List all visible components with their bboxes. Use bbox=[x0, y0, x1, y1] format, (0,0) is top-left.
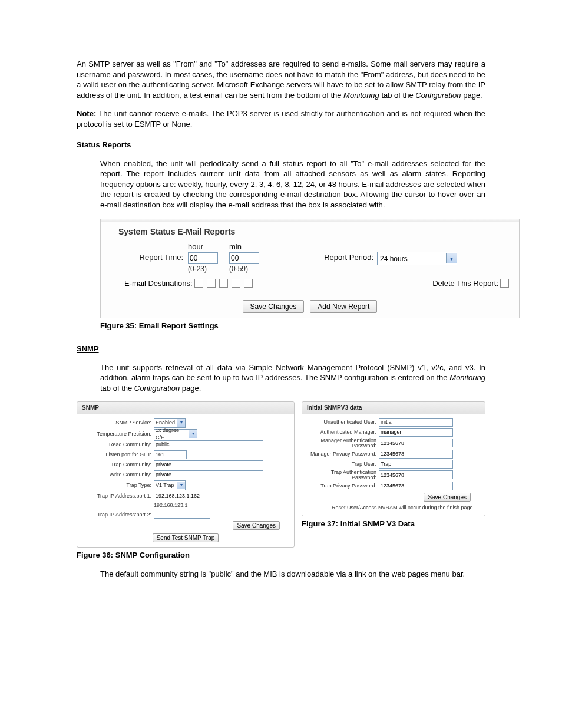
note-paragraph: Note: The unit cannot receive e-mails. T… bbox=[77, 108, 485, 129]
snmp-para-monitoring: Monitoring bbox=[449, 373, 485, 382]
note-text: The unit cannot receive e-mails. The POP… bbox=[77, 109, 485, 129]
temp-precision-value: 1x degree C/F bbox=[156, 427, 189, 441]
trap-community-label: Trap Community: bbox=[81, 461, 154, 468]
write-community-input[interactable] bbox=[154, 470, 263, 479]
mgr-auth-pw-input[interactable] bbox=[379, 439, 453, 447]
snmp-para-c: page. bbox=[180, 384, 201, 393]
snmp-para-configuration: Configuration bbox=[134, 384, 180, 393]
read-community-input[interactable] bbox=[154, 440, 263, 449]
email-dest-checkbox-4[interactable] bbox=[232, 279, 240, 288]
trap-user-input[interactable] bbox=[379, 460, 453, 469]
unauth-user-input[interactable] bbox=[379, 418, 453, 427]
read-community-label: Read Community: bbox=[81, 441, 154, 448]
figure-37-caption: Figure 37: Initial SNMP V3 Data bbox=[302, 519, 485, 529]
mgr-priv-pw-label: Manager Privacy Password: bbox=[306, 450, 379, 457]
save-changes-button[interactable]: Save Changes bbox=[243, 300, 305, 313]
closing-paragraph: The default community string is "public"… bbox=[100, 569, 485, 579]
temp-precision-label: Temperature Precision: bbox=[81, 430, 154, 437]
chevron-down-icon: ▾ bbox=[177, 482, 185, 489]
chevron-down-icon: ▾ bbox=[189, 430, 197, 438]
min-input[interactable] bbox=[229, 252, 259, 264]
intro-end: page. bbox=[461, 91, 482, 100]
report-period-label: Report Period: bbox=[312, 242, 377, 263]
snmpv3-hint: Reset User/Access NVRAM will occur durin… bbox=[306, 502, 481, 511]
trap-ip2-input[interactable] bbox=[154, 510, 210, 519]
email-dest-checkbox-2[interactable] bbox=[207, 279, 216, 288]
hour-input[interactable] bbox=[188, 252, 218, 264]
snmp-heading: SNMP bbox=[77, 344, 485, 354]
auth-manager-input[interactable] bbox=[379, 428, 453, 437]
auth-manager-label: Authenticated Manager: bbox=[306, 429, 379, 436]
trap-type-label: Trap Type: bbox=[81, 482, 154, 489]
note-label: Note: bbox=[77, 109, 96, 118]
listen-port-input[interactable] bbox=[154, 450, 187, 459]
report-period-select[interactable]: 24 hours ▾ bbox=[377, 252, 457, 265]
status-reports-paragraph: When enabled, the unit will periodically… bbox=[100, 159, 485, 210]
hour-range: (0-23) bbox=[188, 264, 229, 274]
figure-35-caption: Figure 35: Email Report Settings bbox=[100, 321, 485, 331]
listen-port-label: Listen port for GET: bbox=[81, 451, 154, 458]
snmp-service-value: Enabled bbox=[156, 419, 175, 426]
snmp-config-panel: SNMP SNMP Service: Enabled ▾ Temperature… bbox=[77, 401, 295, 548]
trap-community-input[interactable] bbox=[154, 460, 263, 469]
email-reports-panel: System Status E-Mail Reports Report Time… bbox=[100, 219, 520, 318]
trap-ip2-label: Trap IP Address:port 2: bbox=[81, 511, 154, 518]
intro-configuration: Configuration bbox=[415, 91, 461, 100]
report-time-label: Report Time: bbox=[107, 242, 188, 263]
add-new-report-button[interactable]: Add New Report bbox=[310, 300, 377, 313]
trap-ip1-input[interactable] bbox=[154, 492, 210, 500]
mgr-auth-pw-label: Manager AuthenticationPassword: bbox=[306, 438, 379, 449]
chevron-down-icon: ▾ bbox=[177, 419, 185, 427]
snmp-paragraph: The unit supports retrieval of all data … bbox=[100, 363, 485, 394]
snmp-panel-title: SNMP bbox=[77, 402, 294, 414]
email-dest-checkbox-1[interactable] bbox=[194, 279, 203, 288]
email-destinations-label: E-mail Destinations: bbox=[124, 278, 193, 289]
status-reports-heading: Status Reports bbox=[77, 140, 485, 150]
snmp-save-button[interactable]: Save Changes bbox=[233, 521, 280, 530]
trap-priv-pw-label: Trap Privacy Password: bbox=[306, 482, 379, 489]
intro-mid: tab of the bbox=[379, 91, 415, 100]
snmp-para-a: The unit supports retrieval of all data … bbox=[100, 363, 485, 383]
email-dest-checkbox-5[interactable] bbox=[244, 279, 253, 288]
trap-ip1-resolved: 192.168.123.1 bbox=[154, 502, 290, 509]
snmp-para-b: tab of the bbox=[100, 384, 134, 393]
min-range: (0-59) bbox=[229, 264, 270, 274]
trap-type-value: V1 Trap bbox=[156, 482, 174, 489]
intro-paragraph: An SMTP server as well as "From" and "To… bbox=[77, 59, 485, 100]
hour-label: hour bbox=[188, 242, 229, 252]
write-community-label: Write Community: bbox=[81, 471, 154, 478]
trap-user-label: Trap User: bbox=[306, 460, 379, 467]
trap-type-select[interactable]: V1 Trap ▾ bbox=[154, 480, 186, 490]
email-dest-checkbox-3[interactable] bbox=[219, 279, 228, 288]
send-test-trap-button[interactable]: Send Test SNMP Trap bbox=[153, 533, 219, 542]
snmpv3-panel-title: Initial SNMPV3 data bbox=[302, 402, 485, 414]
report-period-value: 24 hours bbox=[380, 254, 408, 263]
email-reports-title: System Status E-Mail Reports bbox=[101, 222, 519, 242]
temp-precision-select[interactable]: 1x degree C/F ▾ bbox=[154, 429, 197, 439]
min-label: min bbox=[229, 242, 270, 252]
intro-monitoring: Monitoring bbox=[343, 91, 379, 100]
snmpv3-save-button[interactable]: Save Changes bbox=[424, 493, 471, 502]
snmp-service-label: SNMP Service: bbox=[81, 419, 154, 426]
chevron-down-icon: ▾ bbox=[446, 253, 457, 263]
delete-report-checkbox[interactable] bbox=[500, 279, 509, 288]
delete-report-label: Delete This Report: bbox=[432, 278, 498, 289]
trap-ip1-label: Trap IP Address:port 1: bbox=[81, 492, 154, 499]
trap-priv-pw-input[interactable] bbox=[379, 482, 453, 490]
snmpv3-panel: Initial SNMPV3 data Unauthenticated User… bbox=[302, 401, 485, 516]
trap-auth-pw-label: Trap AuthenticationPassword: bbox=[306, 470, 379, 480]
unauth-user-label: Unauthenticated User: bbox=[306, 419, 379, 426]
figure-36-caption: Figure 36: SNMP Configuration bbox=[77, 550, 295, 561]
trap-auth-pw-input[interactable] bbox=[379, 470, 453, 479]
mgr-priv-pw-input[interactable] bbox=[379, 450, 453, 459]
